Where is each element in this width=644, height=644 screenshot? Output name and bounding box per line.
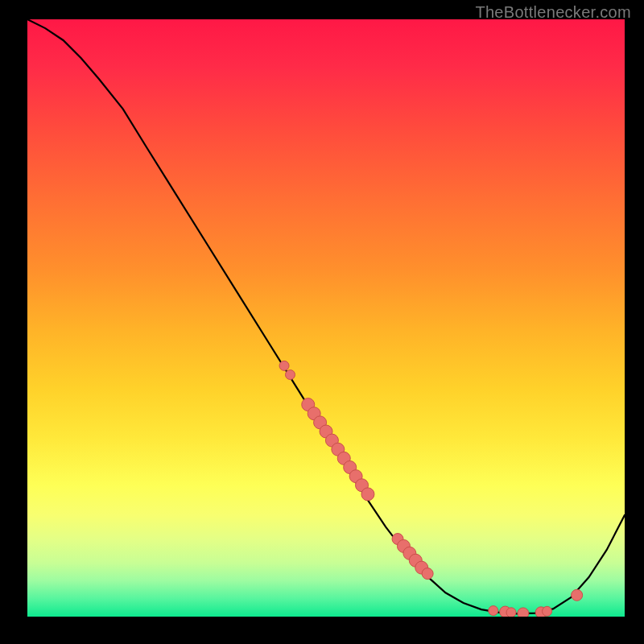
data-point: [361, 488, 374, 501]
data-point: [279, 361, 289, 370]
data-point: [285, 369, 295, 379]
data-point: [506, 608, 516, 617]
data-point: [518, 608, 529, 617]
data-point: [489, 606, 498, 616]
data-point: [572, 589, 583, 601]
bottleneck-curve: [27, 19, 625, 613]
chart-overlay: [27, 19, 625, 617]
data-point: [543, 606, 552, 616]
watermark-label: TheBottlenecker.com: [475, 3, 631, 22]
data-points: [279, 361, 583, 617]
data-point: [422, 568, 433, 580]
